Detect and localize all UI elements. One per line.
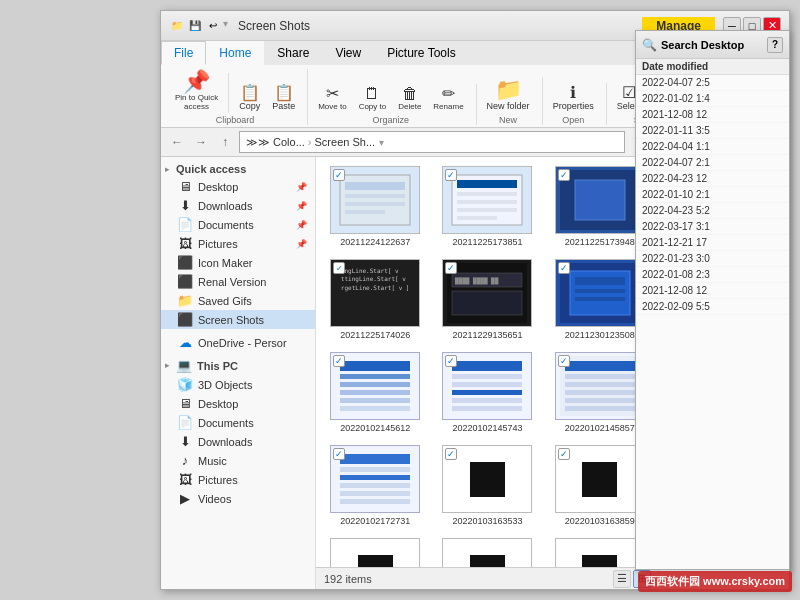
sidebar-item-saved-gifs[interactable]: 📁 Saved Gifs — [161, 291, 315, 310]
3d-objects-icon: 🧊 — [177, 377, 193, 392]
sidebar-item-screen-shots[interactable]: ⬛ Screen Shots — [161, 310, 315, 329]
move-to-button[interactable]: ✂ Move to — [314, 84, 350, 113]
thumb-checkbox-9[interactable]: ✓ — [333, 448, 345, 460]
sidebar-item-pictures2[interactable]: 🖼 Pictures — [161, 470, 315, 489]
thumb-checkbox-11[interactable]: ✓ — [558, 448, 570, 460]
thumb-checkbox-0[interactable]: ✓ — [333, 169, 345, 181]
window2-date-3: 2022-01-11 3:5 — [636, 123, 789, 139]
rename-label: Rename — [433, 102, 463, 111]
new-folder-label: New folder — [487, 101, 530, 111]
back-button[interactable]: ← — [167, 132, 187, 152]
quick-access-header[interactable]: ▸ Quick access — [161, 161, 315, 177]
ribbon-group-clipboard: 📌 Pin to Quickaccess 📋 Copy 📋 Paste — [167, 69, 308, 125]
thumb-preview-1 — [447, 170, 527, 230]
sidebar-item-icon-maker[interactable]: ⬛ Icon Maker — [161, 253, 315, 272]
thumb-checkbox-6[interactable]: ✓ — [333, 355, 345, 367]
undo-icon: ↩ — [205, 18, 221, 34]
thumb-label-0: 20211224122637 — [340, 237, 410, 247]
sidebar-item-renal-version[interactable]: ⬛ Renal Version — [161, 272, 315, 291]
tab-picture-tools[interactable]: Picture Tools — [374, 41, 468, 65]
tab-file[interactable]: File — [161, 41, 206, 65]
downloads2-icon: ⬇ — [177, 434, 193, 449]
screen-shots-label: Screen Shots — [198, 314, 264, 326]
black-square-12 — [358, 555, 393, 568]
thumb-checkbox-8[interactable]: ✓ — [558, 355, 570, 367]
thumb-checkbox-3[interactable]: ✓ — [333, 262, 345, 274]
thumbnail-item-10[interactable]: ✓ 20220103163533 — [432, 440, 542, 531]
thumbnail-item-3[interactable]: ✓ ingLine.Start[ v ttingLine.Start[ v rg… — [320, 254, 430, 345]
tab-view[interactable]: View — [322, 41, 374, 65]
window2-controls: ? — [767, 37, 783, 53]
thumbnail-item-1[interactable]: ✓ 20211225173851 — [432, 161, 542, 252]
thumbnail-item-7[interactable]: ✓ 20 — [432, 347, 542, 438]
desktop-pin-icon: 📌 — [296, 182, 307, 192]
sidebar-item-onedrive[interactable]: ☁ OneDrive - Persor — [161, 333, 315, 352]
screen-shots-icon: ⬛ — [177, 312, 193, 327]
address-dropdown-icon[interactable]: ▾ — [379, 137, 384, 148]
documents-icon: 📄 — [177, 217, 193, 232]
thumb-img-5: ✓ — [555, 259, 645, 327]
svg-rect-12 — [575, 180, 625, 220]
thumb-label-4: 20211229135651 — [452, 330, 522, 340]
saved-gifs-icon: 📁 — [177, 293, 193, 308]
thumbnail-item-9[interactable]: ✓ 20 — [320, 440, 430, 531]
sidebar-item-desktop2[interactable]: 🖥 Desktop — [161, 394, 315, 413]
copy-to-button[interactable]: 🗒 Copy to — [355, 84, 391, 113]
tab-home[interactable]: Home — [206, 41, 264, 65]
downloads-pin-icon: 📌 — [296, 201, 307, 211]
up-button[interactable]: ↑ — [215, 132, 235, 152]
breadcrumb-part2: Screen Sh... — [315, 136, 376, 148]
thumb-checkbox-5[interactable]: ✓ — [558, 262, 570, 274]
properties-button[interactable]: ℹ Properties — [549, 83, 598, 113]
black-square-10 — [470, 462, 505, 497]
window2-help[interactable]: ? — [767, 37, 783, 53]
svg-rect-15 — [452, 291, 522, 315]
sidebar-item-music[interactable]: ♪ Music — [161, 451, 315, 470]
sidebar-item-downloads[interactable]: ⬇ Downloads 📌 — [161, 196, 315, 215]
rename-button[interactable]: ✏ Rename — [429, 84, 467, 113]
sidebar-item-desktop[interactable]: 🖥 Desktop 📌 — [161, 177, 315, 196]
address-box[interactable]: ≫≫ Colo... › Screen Sh... ▾ — [239, 131, 625, 153]
paste-button[interactable]: 📋 Paste — [268, 83, 299, 113]
thumbnail-item-0[interactable]: ✓ 20211224122637 — [320, 161, 430, 252]
thumb-checkbox-1[interactable]: ✓ — [445, 169, 457, 181]
videos-label: Videos — [198, 493, 231, 505]
ribbon-group-open: ℹ Properties Open — [545, 83, 607, 125]
forward-button[interactable]: → — [191, 132, 211, 152]
new-folder-button[interactable]: 📁 New folder — [483, 77, 534, 113]
sidebar-item-documents2[interactable]: 📄 Documents — [161, 413, 315, 432]
thumb-checkbox-7[interactable]: ✓ — [445, 355, 457, 367]
delete-label: Delete — [398, 102, 421, 111]
tab-share[interactable]: Share — [264, 41, 322, 65]
svg-rect-10 — [457, 216, 497, 220]
sidebar-item-3d-objects[interactable]: 🧊 3D Objects — [161, 375, 315, 394]
list-view-button[interactable]: ☰ — [613, 570, 631, 588]
copy-button[interactable]: 📋 Copy — [235, 83, 264, 113]
thumbnail-item-6[interactable]: ✓ 20 — [320, 347, 430, 438]
thumbnail-grid-wrapper[interactable]: ✓ 20211224122637 — [316, 157, 659, 567]
thumbnail-item-4[interactable]: ✓ ████ ████ ██ 20211229135651 — [432, 254, 542, 345]
thumb-checkbox-2[interactable]: ✓ — [558, 169, 570, 181]
thumb-img-4: ✓ ████ ████ ██ — [442, 259, 532, 327]
thumb-checkbox-4[interactable]: ✓ — [445, 262, 457, 274]
window2-items: 2022-04-07 2:5 2022-01-02 1:4 2021-12-08… — [636, 75, 789, 569]
thumbnail-item-12[interactable]: ... — [320, 533, 430, 567]
thumb-checkbox-10[interactable]: ✓ — [445, 448, 457, 460]
thumb-img-6: ✓ — [330, 352, 420, 420]
search-desktop-icon: 🔍 — [642, 38, 657, 52]
new-label: New — [499, 115, 517, 125]
window2-date-4: 2022-04-04 1:1 — [636, 139, 789, 155]
pin-to-quick-access-button[interactable]: 📌 Pin to Quickaccess — [171, 69, 222, 113]
thumbnail-item-13[interactable]: ... — [432, 533, 542, 567]
sidebar-item-videos[interactable]: ▶ Videos — [161, 489, 315, 508]
svg-rect-26 — [340, 390, 410, 395]
thumb-preview-6 — [335, 356, 415, 416]
this-pc-header[interactable]: ▸ 💻 This PC — [161, 356, 315, 375]
divider1 — [228, 73, 229, 113]
sidebar-item-documents[interactable]: 📄 Documents 📌 — [161, 215, 315, 234]
sidebar-item-downloads2[interactable]: ⬇ Downloads — [161, 432, 315, 451]
sidebar-item-pictures[interactable]: 🖼 Pictures 📌 — [161, 234, 315, 253]
svg-rect-40 — [565, 390, 635, 395]
copy-to-icon: 🗒 — [364, 86, 380, 102]
delete-button[interactable]: 🗑 Delete — [394, 84, 425, 113]
